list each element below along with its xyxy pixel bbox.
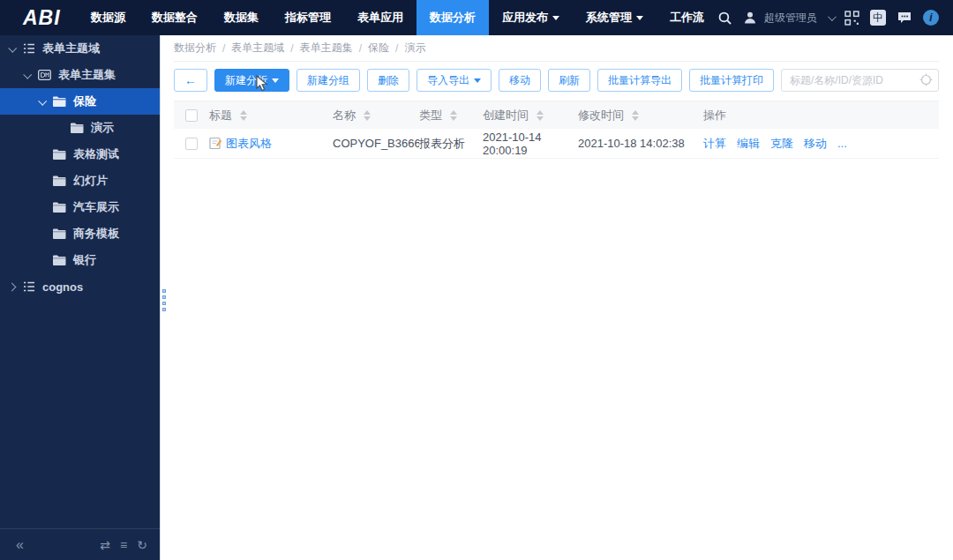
action-clone[interactable]: 克隆	[770, 136, 793, 152]
nav-item-datasource[interactable]: 数据源	[78, 0, 139, 35]
column-header-title: 标题	[209, 108, 232, 123]
row-name: COPYOF_B36665	[333, 137, 419, 150]
select-all-checkbox[interactable]	[185, 109, 198, 122]
folder-icon	[53, 228, 66, 239]
collapsed-chevron-icon[interactable]	[8, 282, 17, 291]
batch-calc-export-button[interactable]: 批量计算导出	[597, 69, 682, 92]
chevron-down-icon	[552, 16, 559, 20]
sidebar-resize-handle[interactable]	[161, 284, 168, 316]
column-header-modified: 修改时间	[578, 108, 624, 123]
back-button[interactable]: ←	[174, 69, 207, 92]
app-logo[interactable]: ABI	[0, 0, 78, 35]
batch-calc-print-button[interactable]: 批量计算打印	[689, 69, 774, 92]
no-chevron	[39, 178, 45, 184]
refresh-button[interactable]: 刷新	[548, 69, 590, 92]
tree-item-bank[interactable]: 银行	[0, 247, 160, 273]
move-button[interactable]: 移动	[499, 69, 541, 92]
new-analysis-button[interactable]: 新建分析	[214, 69, 289, 92]
breadcrumb-separator: /	[222, 42, 225, 55]
tree-item-label: 幻灯片	[73, 173, 108, 189]
folder-icon	[53, 96, 66, 107]
tree-item-cognos[interactable]: cognos	[0, 273, 160, 300]
folder-icon	[53, 255, 66, 265]
folder-icon	[53, 202, 66, 213]
folder-icon	[53, 175, 66, 186]
column-header-created: 创建时间	[483, 108, 529, 123]
tree-item-form-subject-domain[interactable]: 表单主题域	[0, 35, 160, 62]
menu-icon[interactable]: ≡	[120, 538, 127, 552]
no-chevron	[39, 258, 45, 264]
nav-item-dataset[interactable]: 数据集	[211, 0, 272, 35]
tree-item-slideshow[interactable]: 幻灯片	[0, 168, 160, 194]
breadcrumb-item[interactable]: 演示	[404, 41, 425, 56]
expand-chevron-icon[interactable]	[23, 70, 32, 78]
row-checkbox[interactable]	[185, 138, 198, 150]
search-input[interactable]	[781, 69, 939, 92]
row-title-link[interactable]: 图表风格	[226, 136, 272, 152]
nav-item-data-analysis[interactable]: 数据分析	[416, 0, 489, 35]
tree-item-business-template[interactable]: 商务模板	[0, 220, 160, 247]
expand-chevron-icon[interactable]	[38, 96, 47, 105]
nav-item-metric-management[interactable]: 指标管理	[272, 0, 344, 35]
nav-item-system-management[interactable]: 系统管理	[573, 0, 657, 35]
sort-icon[interactable]	[364, 110, 371, 121]
action-more[interactable]: ...	[837, 137, 847, 150]
tree-item-demo[interactable]: 演示	[0, 115, 160, 141]
import-export-button[interactable]: 导入导出	[416, 69, 492, 92]
action-edit[interactable]: 编辑	[737, 136, 760, 152]
tree-item-label: 保险	[73, 93, 96, 109]
action-calculate[interactable]: 计算	[703, 136, 726, 152]
no-chevron	[39, 205, 45, 211]
breadcrumb-item[interactable]: 表单主题集	[300, 41, 353, 56]
subject-set-icon	[38, 70, 51, 80]
tree-item-label: 表单主题集	[58, 67, 116, 83]
column-header-actions: 操作	[703, 108, 726, 123]
nav-item-app-publish[interactable]: 应用发布	[489, 0, 573, 35]
sort-icon[interactable]	[537, 110, 544, 121]
tree-item-table-test[interactable]: 表格测试	[0, 141, 160, 168]
expand-chevron-icon[interactable]	[8, 43, 17, 52]
nav-item-workflow[interactable]: 工作流	[657, 0, 717, 35]
chevron-down-icon[interactable]	[828, 12, 837, 21]
table-header-row: 标题 名称 类型 创建时间 修改时间 操作	[174, 101, 939, 129]
breadcrumb-item[interactable]: 保险	[368, 41, 389, 56]
main-content: 数据分析 / 表单主题域 / 表单主题集 / 保险 / 演示 ← 新建分析 新建…	[161, 35, 953, 560]
current-user-name[interactable]: 超级管理员	[764, 11, 817, 26]
breadcrumb-item[interactable]: 表单主题域	[231, 41, 284, 56]
refresh-icon[interactable]: ↻	[137, 538, 147, 552]
tree-item-label: 表单主题域	[42, 41, 100, 56]
resource-table: 标题 名称 类型 创建时间 修改时间 操作	[174, 101, 939, 159]
chevron-down-icon	[474, 78, 481, 83]
nav-item-data-integration[interactable]: 数据整合	[139, 0, 211, 35]
swap-icon[interactable]: ⇄	[100, 538, 110, 552]
subject-domain-icon	[23, 43, 35, 54]
sort-icon[interactable]	[240, 110, 247, 121]
tree-item-form-subject-set[interactable]: 表单主题集	[0, 62, 160, 88]
tree-item-insurance[interactable]: 保险	[0, 88, 160, 115]
column-header-type: 类型	[419, 108, 442, 123]
action-move[interactable]: 移动	[804, 136, 827, 152]
sort-icon[interactable]	[450, 110, 457, 121]
message-icon[interactable]	[897, 11, 912, 25]
collapse-sidebar-icon[interactable]: «	[0, 537, 23, 553]
new-group-button[interactable]: 新建分组	[296, 69, 360, 92]
breadcrumb-item[interactable]: 数据分析	[174, 41, 216, 56]
crosshair-icon[interactable]	[919, 73, 933, 90]
topbar: ABI 数据源 数据整合 数据集 指标管理 表单应用 数据分析 应用发布 系统管…	[0, 0, 953, 35]
qr-code-icon[interactable]	[844, 11, 859, 26]
sidebar-footer: « ⇄ ≡ ↻	[0, 528, 160, 560]
nav-item-form-application[interactable]: 表单应用	[344, 0, 416, 35]
main-nav: 数据源 数据整合 数据集 指标管理 表单应用 数据分析 应用发布 系统管理 工作…	[78, 0, 717, 35]
sort-icon[interactable]	[632, 110, 639, 121]
tree-item-label: 汽车展示	[73, 199, 119, 215]
tree-item-car-display[interactable]: 汽车展示	[0, 194, 160, 220]
delete-button[interactable]: 删除	[367, 69, 409, 92]
tree-item-label: 表格测试	[73, 146, 119, 162]
no-chevron	[39, 231, 45, 237]
info-icon[interactable]: i	[923, 10, 939, 26]
user-icon[interactable]	[743, 11, 757, 25]
toolbar: ← 新建分析 新建分组 删除 导入导出 移动 刷新 批量计算导出 批量计算打印	[174, 69, 939, 92]
language-switch-icon[interactable]: 中	[870, 10, 886, 26]
chevron-down-icon	[272, 78, 279, 83]
search-icon[interactable]	[717, 11, 732, 26]
